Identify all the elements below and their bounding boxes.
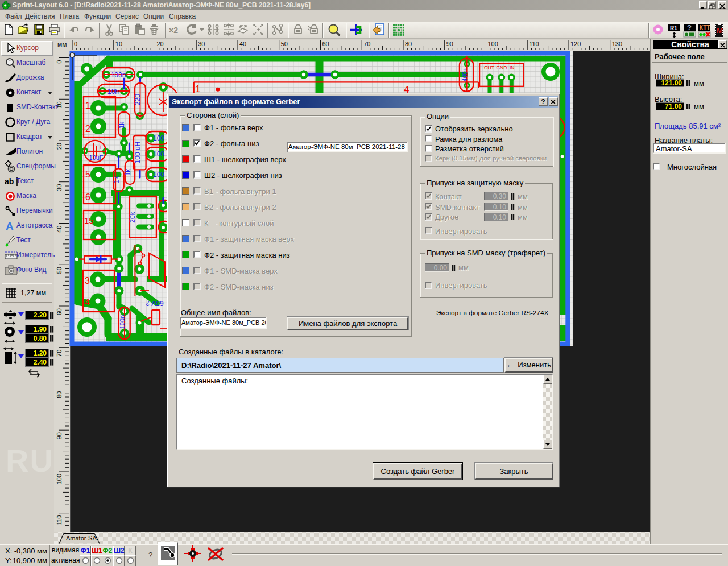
- svg-text:100n: 100n: [119, 315, 126, 329]
- svg-text:3: 3: [85, 276, 90, 286]
- svg-text:10h: 10h: [107, 88, 119, 96]
- svg-text:100: 100: [153, 171, 164, 179]
- svg-text:0: 0: [74, 40, 77, 47]
- svg-text:5: 5: [85, 170, 90, 179]
- svg-text:+: +: [98, 143, 102, 151]
- svg-text:110: 110: [529, 40, 539, 47]
- svg-text:100: 100: [56, 474, 63, 484]
- svg-text:4: 4: [85, 298, 90, 307]
- svg-text:130: 130: [612, 40, 622, 47]
- svg-text:50: 50: [281, 40, 288, 47]
- svg-text:OUT: OUT: [484, 65, 494, 71]
- svg-text:100: 100: [153, 134, 164, 142]
- svg-text:15: 15: [84, 216, 94, 225]
- svg-text:100: 100: [488, 40, 498, 47]
- svg-text:220: 220: [134, 94, 142, 105]
- svg-text:1k: 1k: [118, 121, 126, 129]
- svg-text:100: 100: [153, 150, 164, 158]
- svg-text:IN: IN: [510, 65, 515, 71]
- svg-text:120: 120: [570, 40, 581, 47]
- svg-text:80: 80: [405, 40, 412, 47]
- svg-text:60: 60: [56, 308, 63, 315]
- svg-text:6: 6: [85, 192, 90, 202]
- svg-text:60: 60: [322, 40, 329, 47]
- svg-text:мм: мм: [57, 40, 67, 48]
- svg-text:70: 70: [363, 40, 370, 47]
- svg-text:GND: GND: [497, 65, 507, 71]
- svg-text:1k: 1k: [124, 168, 132, 176]
- svg-text:70: 70: [56, 350, 63, 357]
- svg-text:1: 1: [85, 101, 90, 110]
- svg-text:30: 30: [198, 40, 205, 47]
- svg-text:2: 2: [85, 124, 90, 134]
- svg-text:10uF: 10uF: [89, 154, 103, 161]
- svg-text:40: 40: [56, 226, 63, 233]
- svg-text:ab: ab: [5, 177, 14, 186]
- svg-text:30: 30: [56, 184, 63, 191]
- svg-text:1k: 1k: [113, 176, 121, 184]
- svg-text:80: 80: [56, 391, 63, 398]
- svg-text:20k: 20k: [129, 211, 136, 222]
- svg-text:90: 90: [56, 432, 63, 439]
- svg-text:20: 20: [56, 143, 63, 150]
- svg-text:65V-2: 65V-2: [146, 299, 164, 307]
- svg-text:A: A: [6, 220, 14, 232]
- svg-text:100n: 100n: [111, 71, 126, 79]
- svg-text:0: 0: [56, 60, 63, 64]
- svg-text:Amator-SA: Amator-SA: [66, 535, 97, 542]
- svg-text:20: 20: [157, 40, 164, 47]
- svg-text:90: 90: [446, 40, 453, 47]
- svg-text:10: 10: [115, 40, 122, 47]
- svg-text:400+: 400+: [461, 68, 468, 82]
- svg-text:100 uH: 100 uH: [134, 142, 142, 164]
- svg-text:40: 40: [239, 40, 246, 47]
- svg-text:50: 50: [56, 267, 63, 274]
- svg-text:110: 110: [56, 515, 63, 526]
